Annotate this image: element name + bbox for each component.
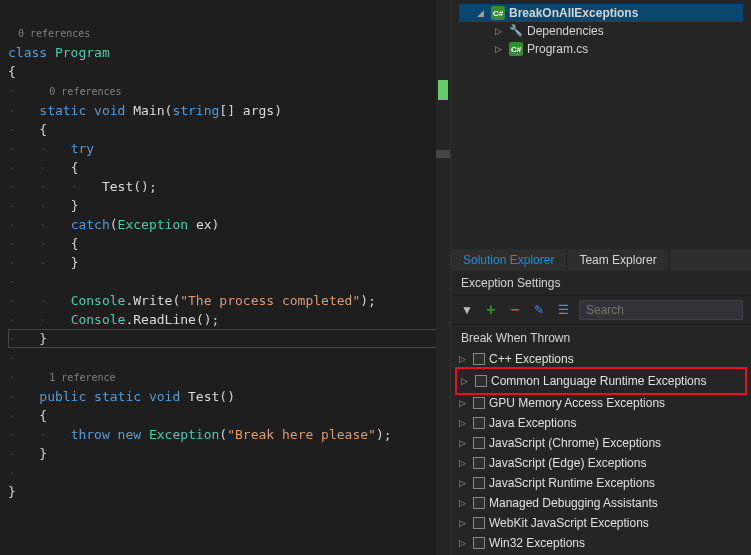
tree-node-file[interactable]: ▷ C# Program.cs: [459, 40, 743, 58]
exception-row[interactable]: ▷ Managed Debugging Assistants: [457, 493, 745, 513]
code-editor[interactable]: 0 references class Program { · 0 referen…: [0, 0, 450, 555]
exception-row[interactable]: ▷ JavaScript (Edge) Exceptions: [457, 453, 745, 473]
code-content: 0 references class Program { · 0 referen…: [0, 0, 450, 505]
project-label: BreakOnAllExceptions: [509, 6, 638, 20]
checkbox[interactable]: [475, 375, 487, 387]
add-icon[interactable]: +: [483, 302, 499, 318]
remove-icon[interactable]: −: [507, 302, 523, 318]
exception-toolbar: ▼ + − ✎ ☰: [451, 296, 751, 325]
filter-icon[interactable]: ▼: [459, 302, 475, 318]
chevron-right-icon[interactable]: ▷: [495, 44, 505, 54]
edit-icon[interactable]: ✎: [531, 302, 547, 318]
codelens-test[interactable]: 1 reference: [39, 372, 115, 383]
chevron-right-icon[interactable]: ▷: [459, 538, 469, 548]
minimap-mark: [436, 150, 450, 158]
tree-node-dependencies[interactable]: ▷ 🔧 Dependencies: [459, 22, 743, 40]
csharp-project-icon: C#: [491, 6, 505, 20]
tree-node-project[interactable]: ◢ C# BreakOnAllExceptions: [459, 4, 743, 22]
search-input[interactable]: [579, 300, 743, 320]
checkbox[interactable]: [473, 417, 485, 429]
wrench-icon: 🔧: [509, 24, 523, 38]
chevron-right-icon[interactable]: ▷: [459, 418, 469, 428]
exception-row[interactable]: ▷ JavaScript Runtime Exceptions: [457, 473, 745, 493]
file-label: Program.cs: [527, 42, 588, 56]
chevron-right-icon[interactable]: ▷: [495, 26, 505, 36]
chevron-right-icon[interactable]: ▷: [459, 354, 469, 364]
checkbox[interactable]: [473, 397, 485, 409]
checkbox[interactable]: [473, 537, 485, 549]
exception-row[interactable]: ▷ JavaScript (Chrome) Exceptions: [457, 433, 745, 453]
exception-row[interactable]: ▷ C++ Exceptions: [457, 349, 745, 369]
break-when-thrown-label: Break When Thrown: [451, 325, 751, 347]
chevron-right-icon[interactable]: ▷: [459, 498, 469, 508]
chevron-right-icon[interactable]: ▷: [459, 458, 469, 468]
checkbox[interactable]: [473, 437, 485, 449]
csharp-file-icon: C#: [509, 42, 523, 56]
tab-solution-explorer[interactable]: Solution Explorer: [451, 249, 567, 271]
codelens-class[interactable]: 0 references: [8, 28, 90, 39]
exception-list: ▷ C++ Exceptions ▷ Common Language Runti…: [451, 347, 751, 555]
checkbox[interactable]: [473, 477, 485, 489]
codelens-main[interactable]: 0 references: [39, 86, 121, 97]
exception-row[interactable]: ▷ Win32 Exceptions: [457, 533, 745, 553]
checkbox[interactable]: [473, 353, 485, 365]
exception-row[interactable]: ▷ WebKit JavaScript Exceptions: [457, 513, 745, 533]
checkbox[interactable]: [473, 457, 485, 469]
chevron-right-icon[interactable]: ▷: [459, 398, 469, 408]
chevron-right-icon[interactable]: ▷: [461, 376, 471, 386]
highlighted-exception: ▷ Common Language Runtime Exceptions: [455, 367, 747, 395]
exception-row-clr[interactable]: ▷ Common Language Runtime Exceptions: [459, 371, 743, 391]
explorer-tabs: Solution Explorer Team Explorer: [451, 249, 751, 271]
exception-row[interactable]: ▷ GPU Memory Access Exceptions: [457, 393, 745, 413]
chevron-right-icon[interactable]: ▷: [459, 478, 469, 488]
solution-explorer-tree[interactable]: ◢ C# BreakOnAllExceptions ▷ 🔧 Dependenci…: [451, 0, 751, 249]
checkbox[interactable]: [473, 517, 485, 529]
chevron-down-icon[interactable]: ◢: [477, 8, 487, 18]
tab-team-explorer[interactable]: Team Explorer: [567, 249, 669, 271]
list-icon[interactable]: ☰: [555, 302, 571, 318]
exception-row[interactable]: ▷ Java Exceptions: [457, 413, 745, 433]
chevron-right-icon[interactable]: ▷: [459, 518, 469, 528]
scroll-thumb[interactable]: [438, 80, 448, 100]
exception-settings-title: Exception Settings: [451, 271, 751, 296]
chevron-right-icon[interactable]: ▷: [459, 438, 469, 448]
checkbox[interactable]: [473, 497, 485, 509]
dependencies-label: Dependencies: [527, 24, 604, 38]
vertical-scrollbar[interactable]: [436, 0, 450, 555]
